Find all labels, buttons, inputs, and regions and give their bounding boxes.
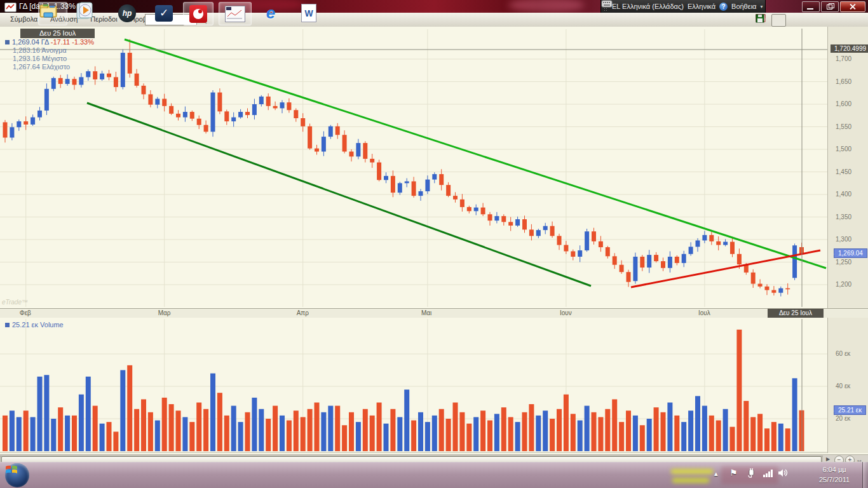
taskbar-item-trading-app[interactable] xyxy=(219,2,252,25)
candle xyxy=(10,127,14,137)
volume-bar xyxy=(377,403,382,452)
month-label: Ιουν xyxy=(560,309,572,316)
taskbar-item-word[interactable]: W xyxy=(295,2,323,24)
volume-bar xyxy=(494,414,499,451)
close-button[interactable] xyxy=(840,1,865,12)
candle xyxy=(322,137,326,151)
volume-bar xyxy=(86,377,91,451)
candle xyxy=(287,102,291,110)
candle xyxy=(217,93,222,112)
candle xyxy=(515,219,520,226)
close-icon xyxy=(849,3,856,10)
tray-action-center-icon[interactable]: ⚑ xyxy=(729,468,738,478)
price-tick: 1,450 xyxy=(836,168,851,175)
volume-bar xyxy=(661,412,666,451)
minimize-button[interactable] xyxy=(802,1,820,12)
candle xyxy=(280,102,285,108)
volume-bar xyxy=(508,417,513,451)
crosshair-tool-icon[interactable] xyxy=(771,14,786,27)
volume-bar xyxy=(113,431,118,451)
volume-bar xyxy=(619,422,624,451)
start-button[interactable] xyxy=(5,463,29,487)
language-bar[interactable]: EL Ελληνικά (Ελλάδας) Ελληνικά ? Βοήθεια… xyxy=(600,0,766,13)
save-icon[interactable] xyxy=(852,15,865,26)
volume-bar xyxy=(294,410,299,451)
taskbar-item-check-app[interactable]: ✓ xyxy=(151,2,177,24)
vodafone-icon xyxy=(189,5,207,23)
price-tick: 1,650 xyxy=(836,78,851,85)
price-tick: 1,250 xyxy=(836,259,851,266)
volume-bar xyxy=(522,412,527,451)
taskbar-item-hp[interactable]: hp xyxy=(114,2,140,24)
candle xyxy=(564,245,568,252)
region-select-tool-icon[interactable] xyxy=(789,15,802,26)
candle xyxy=(494,216,499,220)
support-red[interactable] xyxy=(631,250,820,287)
keyboard-icon[interactable] xyxy=(601,0,613,8)
volume-bar xyxy=(44,375,49,451)
keyboard-layout-label[interactable]: Ελληνικά xyxy=(688,3,715,10)
restore-button[interactable] xyxy=(821,1,839,12)
candle xyxy=(3,122,8,137)
checkmark-app-icon: ✓ xyxy=(155,5,173,22)
price-tick: 1,300 xyxy=(836,236,851,243)
show-desktop-button[interactable] xyxy=(862,462,868,488)
tray-hidden-icons-button[interactable]: ▴ xyxy=(714,470,718,478)
taskbar-item-internet-explorer[interactable]: e xyxy=(258,2,283,24)
volume-pane[interactable]: 60 εκ40 εκ20 εκ 25.21 εκ × 25.21 εκ Volu… xyxy=(0,318,868,454)
minimize-icon xyxy=(807,8,813,10)
langbar-options-caret[interactable]: ▾ xyxy=(760,4,763,10)
volume-bar xyxy=(702,406,707,451)
volume-bar xyxy=(134,409,139,451)
candle xyxy=(224,111,229,121)
chart-legend: Δευ 25 Ιουλ 1,269.04 ΓΔ -17.11 -1.33% 1,… xyxy=(5,29,95,71)
volume-bar xyxy=(550,419,555,451)
volume-bar xyxy=(592,412,597,451)
candle xyxy=(585,231,589,250)
taskbar-item-media-player[interactable] xyxy=(75,2,100,24)
taskbar-item-vodafone[interactable] xyxy=(183,2,214,25)
candle xyxy=(536,230,541,236)
candle xyxy=(453,196,458,200)
language-indicator[interactable]: EL Ελληνικά (Ελλάδας) xyxy=(612,3,684,10)
volume-bar xyxy=(633,416,638,451)
media-player-icon xyxy=(75,2,94,20)
candle xyxy=(578,250,582,257)
chart-type-icon[interactable] xyxy=(836,15,850,26)
help-label[interactable]: Βοήθεια xyxy=(731,3,756,10)
candle xyxy=(765,287,770,290)
volume-bar xyxy=(397,417,402,451)
candle xyxy=(647,255,651,268)
volume-tick: 40 εκ xyxy=(836,383,850,390)
candle xyxy=(155,98,159,104)
candle xyxy=(557,236,562,245)
volume-bar xyxy=(792,378,797,451)
ruler-tool-icon[interactable] xyxy=(820,15,834,26)
candle xyxy=(460,200,465,207)
candle xyxy=(689,247,693,254)
tray-clock[interactable]: 6:04 μμ 25/7/2011 xyxy=(812,464,857,485)
candle xyxy=(252,104,257,115)
candle xyxy=(336,126,340,135)
candle xyxy=(439,174,444,185)
candle xyxy=(716,241,721,245)
price-tick: 1,600 xyxy=(836,100,851,107)
candle xyxy=(730,242,735,254)
candle xyxy=(633,257,637,281)
taskbar-item-explorer[interactable] xyxy=(38,2,67,25)
volume-bar xyxy=(626,410,631,451)
volume-bar xyxy=(764,428,770,451)
candle xyxy=(148,94,153,104)
candle xyxy=(571,251,575,257)
price-tick: 1,350 xyxy=(836,214,851,220)
candle xyxy=(758,284,763,287)
trendline-tool-icon[interactable] xyxy=(804,15,818,26)
candle xyxy=(24,121,28,125)
candle xyxy=(142,86,146,94)
price-chart-pane[interactable]: 1,7001,6501,6001,5501,5001,4501,4001,350… xyxy=(0,27,868,308)
volume-bar xyxy=(301,417,306,451)
candle xyxy=(259,97,264,104)
candle xyxy=(620,265,624,272)
help-icon[interactable]: ? xyxy=(719,3,728,11)
volume-tick: 60 εκ xyxy=(836,350,850,357)
